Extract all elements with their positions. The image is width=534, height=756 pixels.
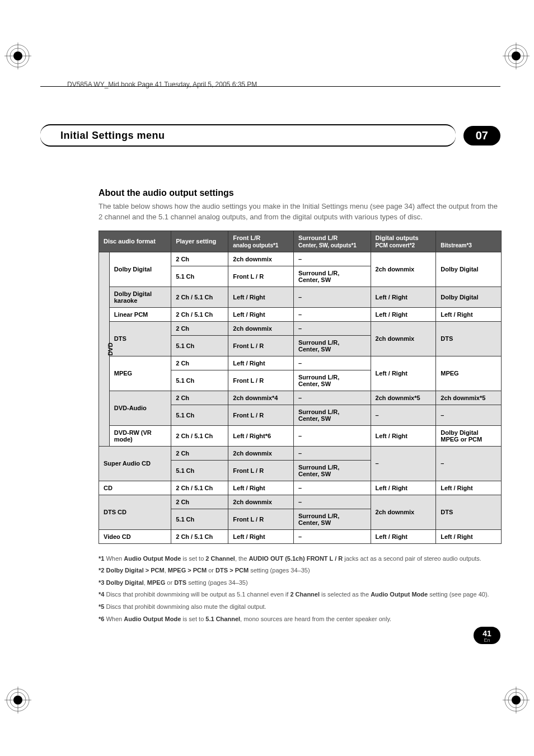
content-area: About the audio output settings The tabl… xyxy=(99,188,502,626)
header-note: DV585A WY_Mid.book Page 41 Tuesday, Apri… xyxy=(67,81,257,88)
th-player: Player setting xyxy=(171,231,228,252)
page-number: 41 xyxy=(474,629,500,638)
table-row: Dolby Digital karaoke 2 Ch / 5.1 Ch Left… xyxy=(99,287,502,307)
th-pcm: Digital outputsPCM convert*2 xyxy=(371,231,436,252)
footnote-3: *3 Dolby Digital, MPEG or DTS setting (p… xyxy=(99,578,502,588)
footnote-5: *5 Discs that prohibit downmixing also m… xyxy=(99,602,502,612)
print-marker-icon xyxy=(503,43,530,69)
intro-text: The table below shows how the audio sett… xyxy=(99,201,502,223)
table-row: CD 2 Ch / 5.1 Ch Left / Right – Left / R… xyxy=(99,481,502,495)
page-number-badge: 41 En xyxy=(474,627,500,644)
footnotes: *1 When Audio Output Mode is set to 2 Ch… xyxy=(99,554,502,624)
print-marker-icon xyxy=(503,687,530,713)
th-format: Disc audio format xyxy=(99,231,171,252)
subheading: About the audio output settings xyxy=(99,188,502,198)
footnote-1: *1 When Audio Output Mode is set to 2 Ch… xyxy=(99,554,502,564)
table-row: MPEG 2 Ch Left / Right – Left / Right MP… xyxy=(99,356,502,370)
th-bitstream: .Bitstream*3 xyxy=(436,231,502,252)
page: DV585A WY_Mid.book Page 41 Tuesday, Apri… xyxy=(0,0,534,756)
header-rule xyxy=(40,86,500,87)
section-pill: Initial Settings menu xyxy=(40,124,456,147)
page-lang: En xyxy=(474,637,500,643)
print-marker-icon xyxy=(4,687,31,713)
audio-output-table: Disc audio format Player setting Front L… xyxy=(99,231,502,544)
table-row: DVD-RW (VR mode) 2 Ch / 5.1 Ch Left / Ri… xyxy=(99,425,502,446)
table-row: DVD Dolby Digital 2 Ch 2ch downmix – 2ch… xyxy=(99,252,502,266)
table-row: DTS 2 Ch 2ch downmix – 2ch downmix DTS xyxy=(99,321,502,335)
table-row: Super Audio CD 2 Ch 2ch downmix – – – xyxy=(99,446,502,460)
th-surround: Surround L/RCenter, SW, outputs*1 xyxy=(294,231,371,252)
section-title: Initial Settings menu xyxy=(60,130,165,142)
print-marker-icon xyxy=(4,43,31,69)
table-row: DTS CD 2 Ch 2ch downmix – 2ch downmix DT… xyxy=(99,495,502,509)
table-row: DVD-Audio 2 Ch 2ch downmix*4 – 2ch downm… xyxy=(99,391,502,405)
table-row: Linear PCM 2 Ch / 5.1 Ch Left / Right – … xyxy=(99,307,502,321)
footnote-2: *2 Dolby Digital > PCM, MPEG > PCM or DT… xyxy=(99,566,502,576)
footnote-6: *6 When Audio Output Mode is set to 5.1 … xyxy=(99,614,502,624)
chapter-badge: 07 xyxy=(463,126,500,145)
section-bar: Initial Settings menu 07 xyxy=(40,124,500,147)
footnote-4: *4 Discs that prohibit downmixing will b… xyxy=(99,590,502,600)
th-front: Front L/Ranalog outputs*1 xyxy=(228,231,294,252)
table-row: Video CD 2 Ch / 5.1 Ch Left / Right – Le… xyxy=(99,529,502,543)
dvd-group-label: DVD xyxy=(99,252,110,446)
